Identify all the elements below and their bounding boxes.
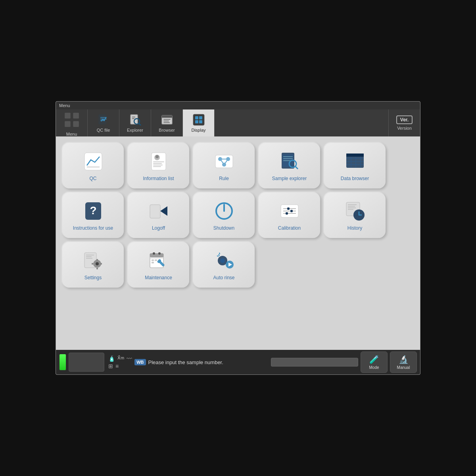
svg-rect-2 [65,121,71,127]
svg-point-83 [158,252,161,255]
grid-cell-settings[interactable]: Settings [62,242,124,288]
maintenance-label: Maintenance [145,275,172,280]
auto-rinse-label: Auto rinse [213,275,234,280]
svg-line-94 [217,256,219,256]
grid-cell-maintenance[interactable]: Maintenance [128,242,189,288]
settings-label: Settings [84,275,102,280]
svg-rect-86 [155,259,157,261]
window-title: Menu [59,103,70,108]
svg-rect-59 [287,207,290,210]
settings-icon [82,250,104,272]
grid-cell-logoff[interactable]: Logoff [128,192,189,238]
status-icon-row-top: 🧴 X̄m 〰 [108,355,132,362]
svg-rect-27 [153,165,163,165]
svg-line-95 [219,253,220,254]
grid-row-1: QC Information list [62,143,414,188]
toolbar-explorer[interactable]: Explorer [119,109,151,136]
version-badge: Ver. [396,115,413,124]
toolbar-browser[interactable]: Browser [151,109,183,136]
toolbar-display[interactable]: Display [183,109,215,136]
shutdown-icon [213,200,235,222]
grid-cell-information-list[interactable]: Information list [128,143,189,188]
svg-rect-44 [346,154,364,157]
grid-cell-instructions[interactable]: ? Instructions for use [62,192,124,238]
svg-rect-19 [195,120,198,123]
svg-rect-20 [199,120,202,123]
instructions-label: Instructions for use [73,225,113,231]
svg-rect-85 [152,259,154,261]
history-label: History [347,225,362,231]
svg-line-7 [139,123,141,125]
toolbar-display-label: Display [191,128,205,132]
grid-cell-history[interactable]: History [324,192,386,238]
grid-cell-shutdown[interactable]: Shutdown [193,192,255,238]
title-bar: Menu [56,102,420,109]
svg-point-92 [220,258,225,263]
svg-rect-77 [96,268,98,269]
svg-rect-0 [65,113,71,119]
grid-row-3: Settings [62,242,414,288]
grid-cell-data-browser[interactable]: Data browser [324,143,386,188]
svg-rect-28 [153,166,161,167]
svg-rect-25 [153,161,164,162]
toolbar: Menu QC file Explorer [56,109,420,136]
mode-icon: 🧪 [369,355,379,364]
toolbar-qcfile-label: QC file [97,128,110,132]
information-list-icon [148,150,170,173]
calibration-label: Calibration [278,225,301,231]
xm-icon: X̄m [117,355,124,362]
svg-rect-11 [162,115,172,118]
history-icon [344,200,366,222]
svg-point-24 [155,155,159,158]
status-screen [69,353,104,372]
grid-cell-rule[interactable]: Rule [193,143,255,188]
status-indicator [59,354,66,370]
logoff-label: Logoff [152,225,165,231]
svg-marker-54 [160,206,167,216]
grid-cell-qc[interactable]: QC [62,143,124,188]
information-list-label: Information list [143,176,174,181]
shutdown-label: Shutdown [213,225,234,231]
svg-rect-79 [100,263,102,265]
svg-point-82 [153,252,155,255]
rule-icon [213,150,235,173]
grid-cell-calibration[interactable]: Calibration [259,192,320,238]
status-input-box[interactable] [271,358,358,367]
qc-label: QC [90,176,97,181]
status-icons: 🧴 X̄m 〰 ⊞ ≡ [108,355,132,369]
svg-rect-15 [163,122,170,123]
svg-line-42 [295,166,298,169]
qc-icon [82,150,104,173]
svg-rect-18 [199,116,202,119]
status-bar: 🧴 X̄m 〰 ⊞ ≡ WB Please input the sample n… [56,350,420,374]
svg-rect-26 [153,163,162,164]
status-icon-row-bottom: ⊞ ≡ [108,363,132,369]
grid-row-2: ? Instructions for use Logoff [62,192,414,238]
manual-button[interactable]: 🔬 Manual [390,351,417,373]
toolbar-menu-label: Menu [66,132,77,136]
manual-label: Manual [397,365,410,370]
grid-cell-sample-explorer[interactable]: Sample explorer [259,143,320,188]
calibration-icon [278,200,301,222]
grid-cell-auto-rinse[interactable]: Auto rinse [193,242,255,288]
mode-button[interactable]: 🧪 Mode [361,351,388,373]
wave-icon: 〰 [127,355,132,362]
status-message: Please input the sample number. [148,359,269,365]
svg-line-93 [219,254,219,256]
data-browser-icon [344,150,366,173]
svg-rect-81 [150,253,163,257]
main-content: QC Information list [56,136,420,350]
bottle-icon: 🧴 [108,355,115,362]
mode-label: Mode [369,365,379,370]
svg-rect-16 [193,114,204,125]
toolbar-qcfile[interactable]: QC file [88,109,119,136]
svg-point-32 [222,163,226,167]
svg-rect-61 [290,210,293,212]
instructions-icon: ? [82,200,104,222]
toolbar-menu[interactable]: Menu [56,109,88,136]
toolbar-version[interactable]: Ver. Version [388,109,420,136]
svg-rect-1 [73,113,79,119]
svg-point-31 [226,157,230,161]
data-browser-label: Data browser [341,176,369,181]
manual-icon: 🔬 [399,355,409,364]
